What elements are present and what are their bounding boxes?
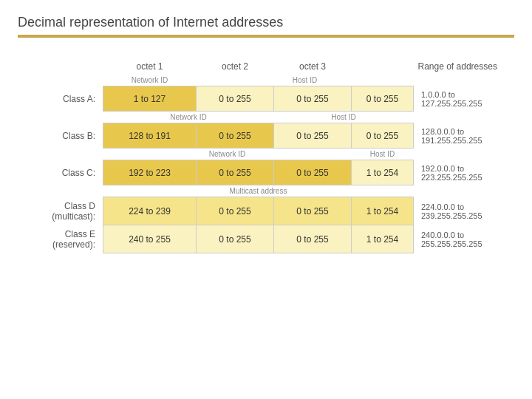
class-c-subheader: Network ID Host ID	[18, 149, 514, 160]
class-a-octet4: 0 to 255	[352, 86, 414, 112]
class-c-octet2: 0 to 255	[197, 160, 274, 185]
header-class	[18, 58, 103, 75]
class-b-subheader: Network ID Host ID	[18, 112, 514, 123]
class-a-range: 1.0.0.0 to 127.255.255.255	[414, 86, 515, 112]
class-b-row: Class B: 128 to 191 0 to 255 0 to 255 0 …	[18, 123, 514, 149]
class-a-row: Class A: 1 to 127 0 to 255 0 to 255 0 to…	[18, 86, 514, 112]
class-d-subheader: Multicast address	[18, 185, 514, 197]
class-c-octet1: 192 to 223	[103, 160, 197, 185]
header-octet2: octet 2	[197, 58, 274, 75]
class-c-label: Class C:	[18, 160, 103, 185]
header-octet1: octet 1	[103, 58, 197, 75]
class-a-octet1: 1 to 127	[103, 86, 197, 112]
class-e-row: Class E (reserved): 240 to 255 0 to 255 …	[18, 225, 514, 253]
class-d-octet1: 224 to 239	[103, 197, 197, 225]
class-b-octet3: 0 to 255	[274, 123, 352, 149]
class-d-multicast-label: Multicast address	[103, 185, 414, 197]
header-octet3: octet 3	[274, 58, 352, 75]
class-e-octet1: 240 to 255	[103, 225, 197, 253]
class-b-host-label: Host ID	[274, 112, 414, 123]
main-table: octet 1 octet 2 octet 3 Range of address…	[18, 58, 514, 253]
class-b-label: Class B:	[18, 123, 103, 149]
class-a-subheader: Network ID Host ID	[18, 75, 514, 86]
class-c-host-label: Host ID	[352, 149, 414, 160]
class-e-octet3: 0 to 255	[274, 225, 352, 253]
page-title: Decimal representation of Internet addre…	[18, 15, 514, 30]
class-a-octet2: 0 to 255	[197, 86, 274, 112]
class-b-octet1: 128 to 191	[103, 123, 197, 149]
class-e-octet2: 0 to 255	[197, 225, 274, 253]
class-a-octet3: 0 to 255	[274, 86, 352, 112]
class-a-label: Class A:	[18, 86, 103, 112]
header-row: octet 1 octet 2 octet 3 Range of address…	[18, 58, 514, 75]
class-c-range: 192.0.0.0 to 223.255.255.255	[414, 160, 515, 185]
class-d-octet3: 0 to 255	[274, 197, 352, 225]
page: Decimal representation of Internet addre…	[0, 0, 532, 399]
class-e-range: 240.0.0.0 to 255.255.255.255	[414, 225, 515, 253]
class-c-octet3: 0 to 255	[274, 160, 352, 185]
class-a-network-label: Network ID	[103, 75, 197, 86]
class-a-host-label: Host ID	[197, 75, 414, 86]
class-d-octet4: 1 to 254	[352, 197, 414, 225]
class-c-network-label: Network ID	[103, 149, 352, 160]
class-b-network-label: Network ID	[103, 112, 274, 123]
class-c-row: Class C: 192 to 223 0 to 255 0 to 255 1 …	[18, 160, 514, 185]
class-b-octet4: 0 to 255	[352, 123, 414, 149]
table-wrapper: octet 1 octet 2 octet 3 Range of address…	[18, 58, 514, 253]
class-d-label: Class D (multicast):	[18, 197, 103, 225]
accent-line	[18, 35, 514, 38]
header-octet4	[352, 58, 414, 75]
class-d-range: 224.0.0.0 to 239.255.255.255	[414, 197, 515, 225]
class-c-octet4: 1 to 254	[352, 160, 414, 185]
class-b-range: 128.0.0.0 to 191.255.255.255	[414, 123, 515, 149]
class-e-octet4: 1 to 254	[352, 225, 414, 253]
class-e-label: Class E (reserved):	[18, 225, 103, 253]
class-d-row: Class D (multicast): 224 to 239 0 to 255…	[18, 197, 514, 225]
class-d-octet2: 0 to 255	[197, 197, 274, 225]
header-range: Range of addresses	[414, 58, 515, 75]
class-b-octet2: 0 to 255	[197, 123, 274, 149]
